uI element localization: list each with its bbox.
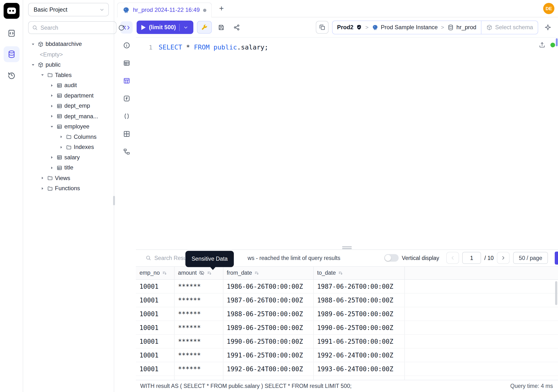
caret-right-icon[interactable] (49, 93, 54, 98)
caret-right-icon[interactable] (59, 145, 64, 150)
sort-icon[interactable] (162, 270, 167, 276)
table-cell[interactable]: ****** (174, 279, 223, 293)
functions-button[interactable] (121, 92, 133, 105)
table-row[interactable]: 10001******1993-06-24T00:00:00Z1994-06-2… (136, 376, 558, 380)
table-cell[interactable]: 10001 (136, 293, 174, 307)
table-row[interactable]: 10001******1992-06-24T00:00:00Z1993-06-2… (136, 362, 558, 376)
table-cell[interactable]: 1992-06-24T00:00:00Z (313, 348, 404, 362)
tree-item-salary[interactable]: salary (23, 152, 114, 163)
tree-item-bbdataarchive[interactable]: bbdataarchive (23, 39, 114, 50)
new-tab-button[interactable]: + (216, 3, 227, 14)
caret-down-icon[interactable] (30, 42, 36, 47)
history-nav[interactable] (3, 67, 19, 83)
environment-badge[interactable]: Prod2 (337, 24, 362, 31)
table-cell[interactable]: 10001 (136, 376, 174, 380)
table-cell[interactable]: 1988-06-25T00:00:00Z (223, 307, 313, 321)
table-cell[interactable]: ****** (174, 321, 223, 335)
tree-item-empty[interactable]: <Empty> (23, 49, 114, 60)
tree-item-functions[interactable]: Functions (23, 183, 114, 194)
caret-right-icon[interactable] (49, 114, 54, 119)
page-input[interactable] (462, 252, 481, 264)
tree-item-audit[interactable]: audit (23, 80, 114, 90)
tree-item-views[interactable]: Views (23, 173, 114, 183)
database-item[interactable]: hr_prod (447, 24, 476, 31)
column-header-from-date[interactable]: from_date (223, 267, 313, 279)
table-cell[interactable]: ****** (174, 362, 223, 376)
sql-editor[interactable]: 1 SELECT * FROM public.salary; (136, 38, 558, 246)
tree-item-department[interactable]: department (23, 90, 114, 101)
caret-down-icon[interactable] (40, 72, 45, 78)
eye-off-icon[interactable] (199, 270, 205, 276)
tree-item-columns[interactable]: Columns (23, 132, 114, 142)
table-cell[interactable]: ****** (174, 307, 223, 321)
vertical-display-toggle[interactable] (384, 254, 399, 262)
tree-item-title[interactable]: title (23, 163, 114, 173)
caret-down-icon[interactable] (49, 124, 54, 129)
table-cell[interactable]: 1992-06-24T00:00:00Z (223, 362, 313, 376)
table-cell[interactable]: 1991-06-25T00:00:00Z (223, 348, 313, 362)
panel-edge-button[interactable] (555, 252, 558, 265)
table-cell[interactable]: 10001 (136, 307, 174, 321)
sidebar-search[interactable] (28, 21, 116, 34)
tree-item-tables[interactable]: Tables (23, 70, 114, 80)
ai-assistant-button[interactable] (542, 21, 554, 33)
table-cell[interactable]: 1990-06-25T00:00:00Z (223, 335, 313, 348)
caret-right-icon[interactable] (59, 134, 64, 139)
run-button[interactable]: (limit 500) (137, 20, 193, 34)
table-cell[interactable]: 1994-06-24T00:00:00Z (313, 376, 404, 380)
sidebar-resize-handle[interactable] (113, 196, 115, 205)
caret-right-icon[interactable] (40, 186, 45, 191)
page-size-select[interactable]: 50 / page (513, 252, 548, 264)
sort-icon[interactable] (207, 270, 212, 276)
panel-splitter[interactable] (136, 246, 558, 250)
tree-item-dept-emp[interactable]: dept_emp (23, 101, 114, 111)
table-cell[interactable]: 10001 (136, 321, 174, 335)
table-row[interactable]: 10001******1986-06-26T00:00:00Z1987-06-2… (136, 279, 558, 293)
table-cell[interactable]: 1986-06-26T00:00:00Z (223, 279, 313, 293)
table-cell[interactable]: 1989-06-25T00:00:00Z (223, 321, 313, 335)
schema-diagram-button[interactable] (121, 145, 133, 158)
user-avatar[interactable]: DE (543, 3, 554, 14)
select-schema-button[interactable]: Select schema (481, 21, 538, 34)
table-cell[interactable]: 1993-06-24T00:00:00Z (313, 362, 404, 376)
table-cell[interactable]: 10001 (136, 362, 174, 376)
table-cell[interactable]: ****** (174, 293, 223, 307)
sort-icon[interactable] (254, 270, 260, 276)
caret-right-icon[interactable] (49, 103, 54, 109)
tab-hr-prod[interactable]: hr_prod 2024-11-22 16:49 (117, 2, 212, 17)
next-page-button[interactable] (497, 252, 509, 264)
table-cell[interactable]: 1993-06-24T00:00:00Z (223, 376, 313, 380)
caret-right-icon[interactable] (40, 175, 45, 181)
table-row[interactable]: 10001******1988-06-25T00:00:00Z1989-06-2… (136, 307, 558, 321)
tree-item-dept-mana[interactable]: dept_mana... (23, 111, 114, 122)
tree-item-indexes[interactable]: Indexes (23, 142, 114, 152)
sort-icon[interactable] (338, 270, 343, 276)
tables-button[interactable] (121, 57, 133, 69)
caret-right-icon[interactable] (49, 165, 54, 170)
table-cell[interactable]: 1988-06-25T00:00:00Z (313, 293, 404, 307)
table-row[interactable]: 10001******1987-06-26T00:00:00Z1988-06-2… (136, 293, 558, 307)
app-logo[interactable] (3, 3, 19, 19)
save-button[interactable] (215, 21, 227, 33)
table-row[interactable]: 10001******1991-06-25T00:00:00Z1992-06-2… (136, 348, 558, 362)
prev-page-button[interactable] (446, 252, 459, 264)
table-cell[interactable]: ****** (174, 335, 223, 348)
share-button[interactable] (231, 21, 243, 33)
table-cell[interactable]: 1991-06-25T00:00:00Z (313, 335, 404, 348)
refresh-button[interactable] (118, 22, 125, 34)
caret-right-icon[interactable] (49, 155, 54, 160)
table-cell[interactable]: 1989-06-25T00:00:00Z (313, 307, 404, 321)
table-scrollbar[interactable] (555, 281, 557, 305)
table-cell[interactable]: 10001 (136, 279, 174, 293)
database-nav[interactable] (3, 46, 19, 62)
caret-right-icon[interactable] (49, 83, 54, 88)
search-input[interactable] (41, 24, 113, 31)
table-cell[interactable]: ****** (174, 348, 223, 362)
tree-item-public[interactable]: public (23, 60, 114, 70)
procedures-button[interactable] (121, 110, 133, 122)
table-row[interactable]: 10001******1989-06-25T00:00:00Z1990-06-2… (136, 321, 558, 335)
table-cell[interactable]: 1990-06-25T00:00:00Z (313, 321, 404, 335)
table-cell[interactable]: 1987-06-26T00:00:00Z (313, 279, 404, 293)
table-row[interactable]: 10001******1990-06-25T00:00:00Z1991-06-2… (136, 335, 558, 348)
info-button[interactable] (121, 39, 133, 52)
